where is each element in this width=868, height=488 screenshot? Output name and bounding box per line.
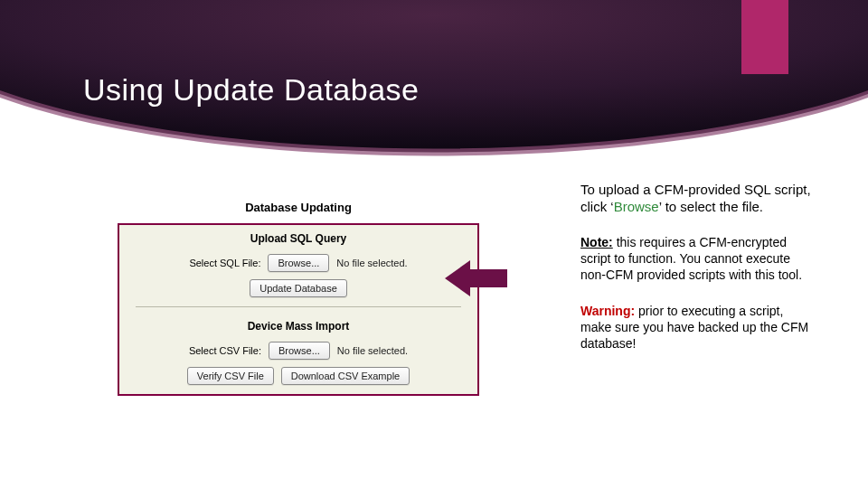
accent-tab	[741, 0, 788, 74]
download-csv-example-button[interactable]: Download CSV Example	[281, 367, 410, 385]
sql-file-status: No file selected.	[336, 258, 407, 268]
csv-file-status: No file selected.	[337, 345, 408, 356]
warning-label: Warning:	[580, 304, 635, 318]
page-title: Using Update Database	[83, 72, 420, 108]
browse-sql-button[interactable]: Browse...	[268, 254, 329, 272]
upload-sql-row: Select SQL File: Browse... No file selec…	[119, 250, 477, 276]
upload-section-header: Upload SQL Query	[119, 225, 477, 250]
instruction-text: To upload a CFM-provided SQL script, cli…	[580, 181, 811, 372]
panel-body: Upload SQL Query Select SQL File: Browse…	[118, 223, 479, 396]
instruction-warning: Warning: prior to executing a script, ma…	[580, 304, 811, 352]
update-db-row: Update Database	[119, 276, 477, 301]
mass-import-section-header: Device Mass Import	[119, 313, 477, 338]
browse-csv-button[interactable]: Browse...	[269, 342, 330, 360]
verify-csv-button[interactable]: Verify CSV File	[187, 367, 274, 385]
note-body: this requires a CFM-encrypted script to …	[580, 235, 802, 282]
select-csv-label: Select CSV File:	[189, 345, 261, 356]
browse-highlight: Browse	[614, 199, 659, 214]
panel-title: Database Updating	[118, 201, 479, 214]
update-database-button[interactable]: Update Database	[250, 279, 347, 297]
select-sql-label: Select SQL File:	[189, 258, 260, 268]
csv-actions-row: Verify CSV File Download CSV Example	[119, 363, 477, 394]
instruction-note: Note: this requires a CFM-encrypted scri…	[580, 235, 811, 284]
database-updating-panel: Database Updating Upload SQL Query Selec…	[118, 201, 479, 396]
p1-suffix: ’ to select the file.	[659, 199, 763, 214]
pointer-arrow-icon	[445, 260, 507, 296]
divider	[136, 306, 461, 307]
instruction-paragraph-1: To upload a CFM-provided SQL script, cli…	[580, 181, 811, 215]
mass-import-row: Select CSV File: Browse... No file selec…	[119, 338, 477, 363]
note-label: Note:	[580, 235, 613, 249]
